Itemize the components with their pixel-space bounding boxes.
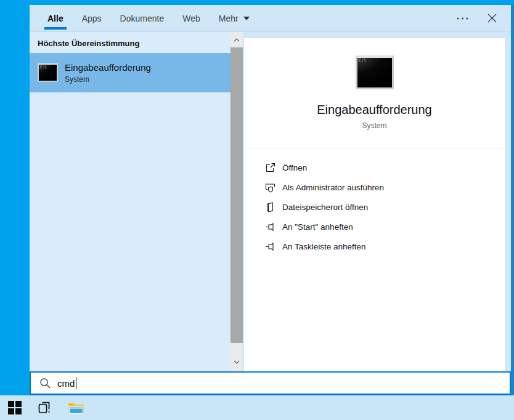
divider <box>244 148 505 148</box>
tab-label: Apps <box>82 14 102 23</box>
results-scrollbar[interactable] <box>230 32 243 371</box>
text-caret <box>76 377 76 389</box>
chevron-up-icon <box>234 38 240 42</box>
action-open-file-location[interactable]: Dateispeicherort öffnen <box>244 197 505 217</box>
close-icon <box>487 14 497 23</box>
cmd-prompt-text: C:\ <box>40 65 47 69</box>
search-flyout-window: Alle Apps Dokumente Web Mehr <box>30 5 514 395</box>
cmd-prompt-text: C:\ <box>359 59 367 63</box>
tab-label: Alle <box>47 14 63 23</box>
results-section-header: Höchste Übereinstimmung <box>38 39 230 48</box>
best-match-text: Eingabeaufforderung System <box>65 62 151 84</box>
taskbar <box>0 395 514 420</box>
scroll-down-button[interactable] <box>230 357 243 367</box>
action-label: Als Administrator ausführen <box>282 183 384 192</box>
pin-icon <box>265 241 275 252</box>
tab-label: Dokumente <box>120 14 165 23</box>
pin-icon <box>265 222 275 232</box>
start-button[interactable] <box>8 401 22 414</box>
action-list: Öffnen Als Administrator ausführen <box>244 158 505 256</box>
action-open[interactable]: Öffnen <box>244 158 505 177</box>
cmd-terminal-icon-large: C:\ <box>356 55 394 89</box>
preview-title: Eingabeaufforderung <box>244 103 505 117</box>
action-label: Dateispeicherort öffnen <box>282 203 368 212</box>
task-view-icon <box>36 401 52 416</box>
search-input[interactable]: cmd <box>30 371 511 395</box>
run-as-admin-shield-icon <box>265 182 275 193</box>
action-label: Öffnen <box>282 163 307 172</box>
scroll-up-button[interactable] <box>230 35 243 45</box>
action-label: An Taskleiste anheften <box>282 242 366 251</box>
scrollbar-thumb[interactable] <box>230 47 243 343</box>
search-icon <box>39 378 51 389</box>
options-button[interactable] <box>455 12 469 25</box>
open-in-new-window-icon <box>265 163 275 173</box>
tab-dokumente[interactable]: Dokumente <box>118 5 166 31</box>
search-text: cmd <box>57 378 75 389</box>
file-explorer-icon <box>68 401 84 414</box>
action-run-as-admin[interactable]: Als Administrator ausführen <box>244 177 505 197</box>
file-explorer-button[interactable] <box>68 401 84 414</box>
tab-label: Mehr <box>219 14 239 23</box>
best-match-item[interactable]: C:\ Eingabeaufforderung System <box>30 53 230 92</box>
file-location-icon <box>265 202 275 212</box>
windows-start-icon <box>8 401 22 414</box>
desktop: { "colors": { "desktop_background": "#00… <box>0 0 514 420</box>
ellipsis-icon <box>457 17 468 20</box>
close-button[interactable] <box>485 12 499 25</box>
tab-bar: Alle Apps Dokumente Web Mehr <box>30 5 511 32</box>
window-controls <box>455 5 511 31</box>
tab-mehr[interactable]: Mehr <box>217 5 251 31</box>
preview-subtitle: System <box>244 121 505 130</box>
task-view-button[interactable] <box>36 401 52 416</box>
best-match-subtitle: System <box>65 75 151 84</box>
cmd-terminal-icon: C:\ <box>38 63 58 82</box>
chevron-down-icon <box>243 17 250 20</box>
tab-alle[interactable]: Alle <box>46 5 65 31</box>
results-panel: Höchste Übereinstimmung C:\ Eingabeauffo… <box>30 32 230 371</box>
tab-apps[interactable]: Apps <box>80 5 104 31</box>
best-match-title: Eingabeaufforderung <box>65 62 151 73</box>
tab-label: Web <box>182 14 200 23</box>
action-pin-to-start[interactable]: An "Start" anheften <box>244 217 505 236</box>
action-label: An "Start" anheften <box>282 222 353 232</box>
preview-panel: C:\ Eingabeaufforderung System Öffnen <box>244 38 505 371</box>
chevron-down-icon <box>234 360 240 364</box>
action-pin-to-taskbar[interactable]: An Taskleiste anheften <box>244 236 505 256</box>
tab-web[interactable]: Web <box>181 5 202 31</box>
